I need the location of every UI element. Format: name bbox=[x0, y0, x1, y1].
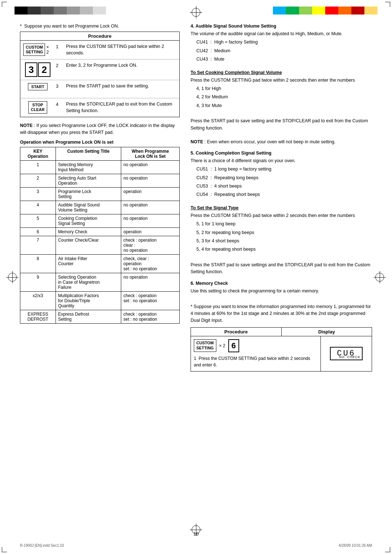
section-5-sub-followup: Press the START pad to save settings and… bbox=[191, 262, 372, 276]
row-when: no operation bbox=[121, 201, 180, 214]
proc-display-step1-num: 1 bbox=[194, 356, 196, 361]
section-5-sub-item-3: 5, 4 for repeating short beeps bbox=[196, 246, 372, 253]
op-col-when: When ProgrammeLock ON is Set bbox=[121, 147, 180, 160]
stop-clear-button: STOPCLEAR bbox=[28, 101, 47, 114]
section-6-title: 6. Memory Check bbox=[191, 281, 372, 286]
proc-display-header: Procedure Display bbox=[191, 328, 372, 336]
section-5-sub-item-2: 5, 3 for 4 short beeps bbox=[196, 238, 372, 245]
row-title: Air Intake FilterCounter bbox=[56, 254, 121, 273]
proc-display-header-procedure: Procedure bbox=[191, 328, 282, 336]
section-6-title-text: 6. Memory Check bbox=[191, 281, 228, 286]
row-key: 9 bbox=[20, 273, 56, 291]
section-4-note-text: : Even when errors occur, your oven will… bbox=[204, 139, 335, 144]
section-5-body: There is a choice of 4 different signals… bbox=[191, 157, 372, 198]
trim-mark-bl bbox=[2, 547, 7, 552]
section-4-sub-item-1: 4, 2 for Medium bbox=[196, 94, 372, 100]
table-row: 5 Cooking CompletionSignal Setting no op… bbox=[20, 214, 180, 227]
row-key: 5 bbox=[20, 214, 56, 227]
section-5-intro: There is a choice of 4 different signals… bbox=[191, 157, 372, 164]
crosshair-mid-left bbox=[8, 273, 17, 282]
note-body-1: : If you select Programme Lock OFF, the … bbox=[20, 123, 175, 135]
section-5-item-0: CU51 : 1 long beep = factory setting bbox=[196, 166, 372, 173]
section-5-sub-intro: Press the CUSTOM SETTING pad twice withi… bbox=[191, 212, 372, 219]
row-key: 1 bbox=[20, 160, 56, 174]
left-column: * Suppose you want to set Programme Lock… bbox=[20, 24, 180, 525]
procedure-icon-4: STOPCLEAR bbox=[23, 101, 52, 114]
section-5: 5. Cooking Completion Signal Setting The… bbox=[191, 151, 372, 276]
row-title: Multiplication Factorsfor Double/TripleQ… bbox=[56, 291, 121, 310]
section-4-item-2: CU43 : Mute bbox=[196, 56, 372, 63]
row-title: Selecting Operationin Case of MagnetronF… bbox=[56, 273, 121, 291]
operation-title: Operation when Programme Lock ON is set bbox=[20, 140, 180, 145]
procedure-desc-4: Press the STOP/CLEAR pad to exit from th… bbox=[66, 101, 176, 114]
section-4-note-label: NOTE bbox=[191, 139, 203, 144]
start-button: START bbox=[28, 83, 48, 90]
row-when: check : operationclear :no operation bbox=[121, 236, 180, 254]
procedure-row-2: 3 2 2 Enter 3, 2 for Programme Lock ON. bbox=[20, 59, 179, 80]
operation-title-text: Operation when Programme Lock ON is set bbox=[20, 140, 114, 145]
section-6-asterisk: * Suppose you want to know the informati… bbox=[191, 303, 372, 324]
row-when: no operation bbox=[121, 174, 180, 187]
color-bar-right bbox=[273, 7, 377, 15]
row-title: Selecting MemoryInput Method bbox=[56, 160, 121, 174]
table-row: 8 Air Intake FilterCounter check, clear … bbox=[20, 254, 180, 273]
section-4-title: 4. Audible Signal Sound Volume Setting bbox=[191, 24, 372, 29]
section-4-title-text: 4. Audible Signal Sound Volume Setting bbox=[191, 24, 276, 29]
procedure-num-4: 4 bbox=[56, 101, 62, 107]
operation-table: KEYOperation Custom Setting Title When P… bbox=[20, 147, 180, 324]
row-when: operation bbox=[121, 227, 180, 236]
section-5-sub-body: Press the CUSTOM SETTING pad twice withi… bbox=[191, 212, 372, 276]
table-row: 6 Memory Check operation bbox=[20, 227, 180, 236]
trim-mark-tr bbox=[385, 2, 390, 7]
procedure-num-2: 2 bbox=[56, 62, 62, 68]
x2-label: × 2 bbox=[46, 45, 52, 55]
row-title: Audible Signal SoundVolume Setting bbox=[56, 201, 121, 214]
row-title: Selecting Auto StartOperation bbox=[56, 174, 121, 187]
section-5-sub-title: To Set the Signal Type bbox=[191, 205, 372, 210]
section-6-body: Use this setting to check the programmin… bbox=[191, 288, 372, 324]
procedure-icon-3: START bbox=[23, 83, 52, 90]
row-when: check, clear :operationset : no operatio… bbox=[121, 254, 180, 273]
intro-text: * Suppose you want to set Programme Lock… bbox=[20, 24, 180, 29]
row-when: no operation bbox=[121, 160, 180, 174]
crosshair-top bbox=[192, 8, 200, 17]
op-col-key: KEYOperation bbox=[20, 147, 56, 160]
intro-asterisk: * bbox=[20, 24, 23, 29]
row-key: 3 bbox=[20, 187, 56, 201]
right-column: 4. Audible Signal Sound Volume Setting T… bbox=[191, 24, 372, 525]
color-bar-left bbox=[15, 7, 106, 15]
procedure-row-3: START 3 Press the START pad to save the … bbox=[20, 80, 179, 98]
section-5-title-text: 5. Cooking Completion Signal Setting bbox=[191, 151, 271, 156]
row-key: x2/x3 bbox=[20, 291, 56, 310]
procedure-header: Procedure bbox=[20, 32, 179, 41]
proc-display-box: Procedure Display CUSTOMSETTING × 2 6 bbox=[191, 327, 372, 372]
section-6: 6. Memory Check Use this setting to chec… bbox=[191, 281, 372, 372]
table-row: x2/x3 Multiplication Factorsfor Double/T… bbox=[20, 291, 180, 310]
procedure-icon-2: 3 2 bbox=[23, 62, 52, 77]
section-5-title: 5. Cooking Completion Signal Setting bbox=[191, 151, 372, 156]
row-when: operation bbox=[121, 187, 180, 201]
x2-label-2: × 2 bbox=[219, 342, 225, 349]
note-text-1: NOTE : If you select Programme Lock OFF,… bbox=[20, 122, 180, 136]
procedure-desc-2: Enter 3, 2 for Programme Lock ON. bbox=[66, 62, 176, 69]
section-4-body: The volume of the audible signal can be … bbox=[191, 30, 372, 63]
table-row: 1 Selecting MemoryInput Method no operat… bbox=[20, 160, 180, 174]
custom-setting-btn-2: CUSTOMSETTING bbox=[194, 339, 216, 352]
proc-display-right: CU6 NO. CHECK bbox=[321, 336, 372, 371]
procedure-num-3: 3 bbox=[56, 83, 62, 89]
crosshair-mid-right bbox=[375, 273, 384, 282]
section-4-item-1: CU42 : Medium bbox=[196, 48, 372, 54]
row-key: 7 bbox=[20, 236, 56, 254]
proc-display-row: CUSTOMSETTING × 2 6 1 Press the CUSTOM S… bbox=[191, 336, 372, 371]
operation-section: Operation when Programme Lock ON is set … bbox=[20, 140, 180, 324]
section-4: 4. Audible Signal Sound Volume Setting T… bbox=[191, 24, 372, 145]
section-4-sub-item-2: 4, 3 for Mute bbox=[196, 102, 372, 109]
table-row: EXPRESSDEFROST Express DefrostSetting ch… bbox=[20, 310, 180, 323]
table-row: 2 Selecting Auto StartOperation no opera… bbox=[20, 174, 180, 187]
lcd-display: CU6 NO. CHECK bbox=[330, 347, 363, 360]
section-4-sub-followup: Press the START pad to save setting and … bbox=[191, 118, 372, 132]
procedure-box: Procedure CUSTOMSETTING × 2 1 Press the … bbox=[20, 32, 180, 117]
row-title: Programme LockSetting bbox=[56, 187, 121, 201]
row-when: no operation bbox=[121, 214, 180, 227]
table-row: 9 Selecting Operationin Case of Magnetro… bbox=[20, 273, 180, 291]
